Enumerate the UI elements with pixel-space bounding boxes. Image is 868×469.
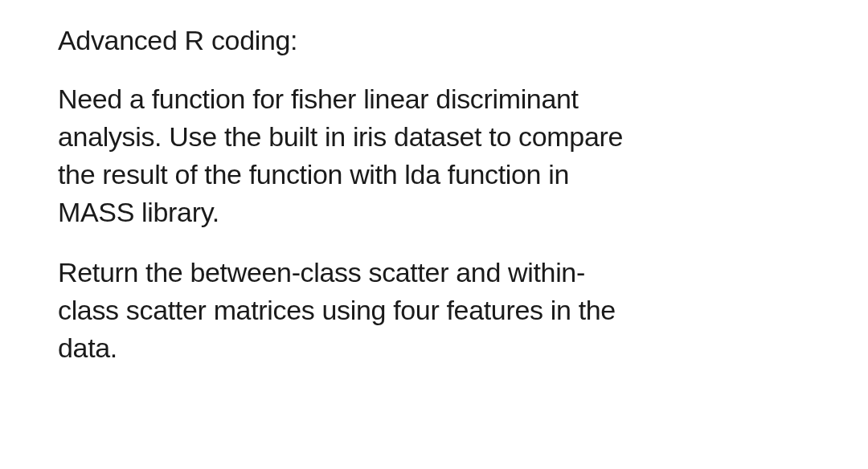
document-paragraph-1: Need a function for fisher linear discri…: [58, 80, 637, 231]
document-content: Advanced R coding: Need a function for f…: [58, 22, 637, 367]
document-heading: Advanced R coding:: [58, 22, 637, 58]
document-paragraph-2: Return the between-class scatter and wit…: [58, 254, 637, 367]
